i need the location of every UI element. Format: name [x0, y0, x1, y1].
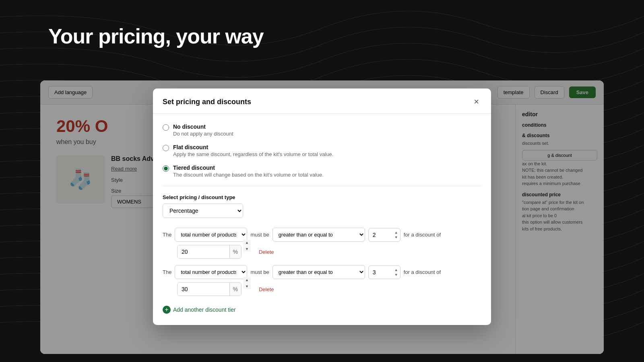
tier-row-2: The total number of products must be gre… — [163, 265, 481, 296]
flat-discount-desc: Apply the same discount, regardless of t… — [173, 151, 333, 157]
tier-1-discount-input[interactable] — [178, 245, 229, 258]
tier-section: The total number of products must be gre… — [163, 228, 481, 296]
radio-flat-discount-input[interactable] — [163, 145, 169, 151]
tier-1-must-be-label: must be — [250, 232, 269, 238]
tier-2-qty-up[interactable]: ▲ — [394, 267, 399, 272]
tiered-discount-label: Tiered discount — [173, 165, 324, 171]
tier-1-discount-down[interactable]: ▼ — [243, 246, 251, 252]
tier-1-condition-select[interactable]: greater than or equal to — [272, 228, 365, 242]
tier-row-1: The total number of products must be gre… — [163, 228, 481, 259]
tier-2-discount-spinners: ▲ ▼ — [243, 277, 251, 289]
modal-header: Set pricing and discounts × — [153, 88, 491, 114]
pricing-type-select[interactable]: Percentage Fixed amount — [163, 204, 243, 218]
tier-1-qty-up[interactable]: ▲ — [394, 230, 399, 234]
tier-2-discount-label: for a discount of — [404, 269, 441, 275]
tier-1-discount-up[interactable]: ▲ — [243, 239, 251, 245]
radio-no-discount[interactable]: No discount Do not apply any discount — [163, 123, 481, 137]
add-tier-label: Add another discount tier — [173, 306, 236, 313]
tier-2-condition-select[interactable]: greater than or equal to — [272, 265, 365, 279]
tier-1-discount-row: % ▲ ▼ Delete — [177, 245, 481, 259]
tier-1-delete-button[interactable]: Delete — [259, 249, 274, 255]
radio-no-discount-input[interactable] — [163, 124, 169, 131]
tier-1-controls: The total number of products must be gre… — [163, 228, 481, 242]
tiered-discount-desc: The discount will change based on the ki… — [173, 172, 324, 178]
hero-title: Your pricing, your way — [48, 24, 264, 48]
add-tier-icon: + — [163, 306, 171, 314]
no-discount-desc: Do not apply any discount — [173, 131, 233, 137]
radio-flat-discount[interactable]: Flat discount Apply the same discount, r… — [163, 144, 481, 157]
tier-2-quantity-spinners: ▲ ▼ — [394, 267, 399, 277]
tier-2-the-label: The — [163, 269, 171, 275]
tier-1-product-select[interactable]: total number of products — [175, 228, 247, 242]
tier-2-discount-input[interactable] — [178, 283, 229, 296]
add-tier-button[interactable]: + Add another discount tier — [163, 304, 236, 315]
no-discount-label: No discount — [173, 123, 233, 130]
app-window: Add language template Discard Save 20% O… — [40, 80, 604, 354]
modal-body: No discount Do not apply any discount Fl… — [153, 114, 491, 325]
modal-title: Set pricing and discounts — [163, 98, 251, 106]
tier-2-must-be-label: must be — [250, 269, 269, 275]
modal-dialog: Set pricing and discounts × No discount … — [153, 88, 491, 325]
tier-2-quantity-wrap: ▲ ▼ — [368, 265, 400, 279]
tier-2-product-select[interactable]: total number of products — [175, 265, 247, 279]
tier-2-qty-down[interactable]: ▼ — [394, 272, 399, 277]
tier-1-discount-spinners: ▲ ▼ — [243, 239, 251, 252]
flat-discount-label: Flat discount — [173, 144, 333, 150]
tier-2-discount-up[interactable]: ▲ — [243, 277, 251, 283]
tier-1-qty-down[interactable]: ▼ — [394, 235, 399, 239]
tier-2-discount-input-wrap: % — [177, 282, 242, 296]
radio-tiered-discount-input[interactable] — [163, 165, 169, 172]
modal-overlay: Set pricing and discounts × No discount … — [40, 80, 604, 354]
divider — [163, 186, 481, 186]
tier-2-delete-button[interactable]: Delete — [259, 286, 274, 292]
pricing-type-label: Select pricing / discount type — [163, 194, 481, 200]
tier-2-discount-down[interactable]: ▼ — [243, 283, 251, 289]
tier-1-pct-label: % — [229, 245, 241, 258]
tier-2-discount-row: % ▲ ▼ Delete — [177, 282, 481, 296]
tier-1-discount-input-wrap: % — [177, 245, 242, 259]
tier-1-discount-label: for a discount of — [404, 232, 441, 238]
tier-1-quantity-spinners: ▲ ▼ — [394, 230, 399, 239]
tier-1-quantity-wrap: ▲ ▼ — [368, 228, 400, 242]
modal-close-button[interactable]: × — [471, 97, 481, 107]
tier-1-the-label: The — [163, 232, 171, 238]
tier-2-pct-label: % — [229, 283, 241, 296]
radio-tiered-discount[interactable]: Tiered discount The discount will change… — [163, 165, 481, 178]
tier-2-controls: The total number of products must be gre… — [163, 265, 481, 279]
